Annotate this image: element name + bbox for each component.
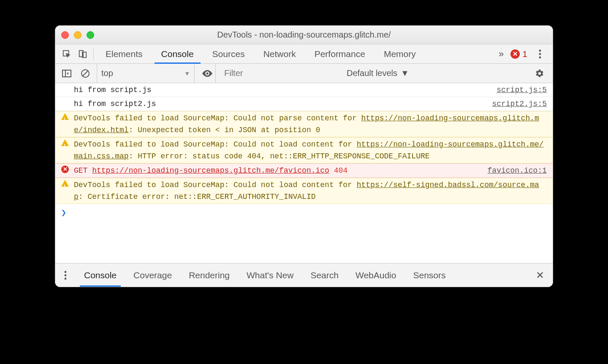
tab-sources[interactable]: Sources xyxy=(203,44,254,63)
svg-point-4 xyxy=(539,53,541,55)
filter-input[interactable] xyxy=(224,68,334,78)
svg-point-5 xyxy=(539,56,541,58)
svg-point-11 xyxy=(65,277,67,280)
console-settings-icon[interactable] xyxy=(531,69,548,78)
svg-point-10 xyxy=(65,274,67,276)
tab-performance[interactable]: Performance xyxy=(305,44,375,63)
titlebar: DevTools - non-loading-sourcemaps.glitch… xyxy=(55,26,553,44)
log-url-link[interactable]: https://non-loading-sourcemaps.glitch.me… xyxy=(92,166,329,175)
svg-point-8 xyxy=(206,72,208,74)
log-message: DevTools failed to load SourceMap: Could… xyxy=(74,179,547,203)
tab-console[interactable]: Console xyxy=(152,44,203,63)
minimize-window-button[interactable] xyxy=(74,31,81,39)
console-toolbar: top ▼ Default levels ▼ xyxy=(55,64,553,83)
log-message: hi from script.js xyxy=(74,84,488,96)
warning-row: DevTools failed to load SourceMap: Could… xyxy=(55,111,553,137)
error-count: 1 xyxy=(522,49,527,59)
tab-network[interactable]: Network xyxy=(254,44,305,63)
tab-elements[interactable]: Elements xyxy=(96,44,152,63)
warning-row: DevTools failed to load SourceMap: Could… xyxy=(55,178,553,204)
log-levels-selector[interactable]: Default levels ▼ xyxy=(342,68,413,78)
live-expression-icon[interactable] xyxy=(199,64,216,83)
log-source-link[interactable]: script2.js:5 xyxy=(483,98,547,110)
log-row: hi from script.js script.js:5 xyxy=(55,83,553,97)
http-status: 404 xyxy=(334,166,347,175)
tab-separator xyxy=(93,48,94,60)
drawer-close-icon[interactable]: ✕ xyxy=(532,269,548,281)
error-count-badge[interactable]: ✕ 1 xyxy=(510,49,527,59)
devtools-window: DevTools - non-loading-sourcemaps.glitch… xyxy=(55,25,553,287)
main-tabstrip: Elements Console Sources Network Perform… xyxy=(55,44,553,64)
log-message: hi from script2.js xyxy=(74,98,483,110)
warning-icon xyxy=(61,113,70,122)
traffic-lights xyxy=(61,31,94,39)
warning-icon xyxy=(61,139,70,148)
drawer-tab-console[interactable]: Console xyxy=(76,263,125,287)
log-message: DevTools failed to load SourceMap: Could… xyxy=(74,139,547,162)
main-menu-icon[interactable] xyxy=(534,49,546,59)
error-row: ✕ GET https://non-loading-sourcemaps.gli… xyxy=(55,163,553,178)
warning-icon xyxy=(61,180,70,188)
error-icon: ✕ xyxy=(61,166,70,174)
console-prompt[interactable]: ❯ xyxy=(55,204,553,221)
log-message: DevTools failed to load SourceMap: Could… xyxy=(74,112,547,136)
drawer-tab-sensors[interactable]: Sensors xyxy=(404,263,454,287)
chevron-down-icon: ▼ xyxy=(401,68,409,78)
warning-row: DevTools failed to load SourceMap: Could… xyxy=(55,137,553,163)
log-source-link[interactable]: script.js:5 xyxy=(488,84,547,96)
drawer-tab-rendering[interactable]: Rendering xyxy=(180,263,238,287)
tab-memory[interactable]: Memory xyxy=(375,44,425,63)
context-label: top xyxy=(101,68,113,78)
window-title: DevTools - non-loading-sourcemaps.glitch… xyxy=(55,30,553,40)
console-log-list: hi from script.js script.js:5 hi from sc… xyxy=(55,83,553,263)
drawer-tabstrip: Console Coverage Rendering What's New Se… xyxy=(55,263,553,287)
log-message: GET https://non-loading-sourcemaps.glitc… xyxy=(74,165,479,177)
close-window-button[interactable] xyxy=(61,31,69,39)
execution-context-selector[interactable]: top ▼ xyxy=(97,64,195,83)
chevron-down-icon: ▼ xyxy=(184,70,190,77)
drawer-tab-coverage[interactable]: Coverage xyxy=(125,263,180,287)
log-row: hi from script2.js script2.js:5 xyxy=(55,97,553,111)
device-toolbar-icon[interactable] xyxy=(75,44,91,63)
error-icon: ✕ xyxy=(510,49,520,59)
drawer-menu-icon[interactable] xyxy=(60,271,71,280)
drawer-tab-search[interactable]: Search xyxy=(302,263,347,287)
svg-point-3 xyxy=(539,49,541,52)
more-tabs-icon[interactable]: » xyxy=(499,49,504,60)
drawer-tab-webaudio[interactable]: WebAudio xyxy=(347,263,405,287)
log-source-link[interactable]: favicon.ico:1 xyxy=(479,165,547,177)
svg-point-9 xyxy=(65,271,67,273)
clear-console-icon[interactable] xyxy=(78,66,92,81)
levels-label: Default levels xyxy=(347,68,397,78)
zoom-window-button[interactable] xyxy=(87,31,94,39)
toggle-console-sidebar-icon[interactable] xyxy=(60,66,74,81)
drawer-tab-whatsnew[interactable]: What's New xyxy=(238,263,302,287)
filter-field[interactable] xyxy=(220,68,338,78)
inspect-element-icon[interactable] xyxy=(59,44,75,63)
